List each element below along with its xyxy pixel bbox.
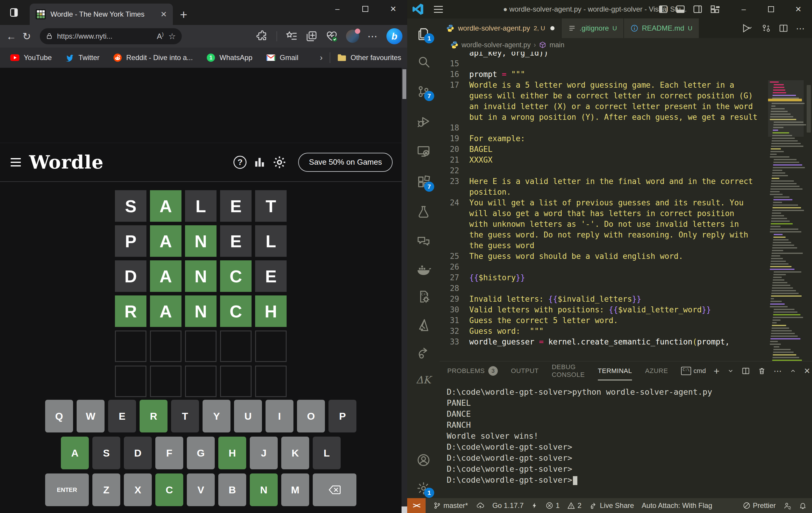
key-j[interactable]: J (250, 437, 278, 469)
key-s[interactable]: S (92, 437, 120, 469)
bing-chat-icon[interactable]: b (386, 28, 402, 44)
status-noslash[interactable]: Prettier (743, 502, 776, 510)
puzzle-icon[interactable] (256, 30, 268, 42)
key-m[interactable]: M (281, 474, 309, 506)
minimap[interactable] (768, 52, 804, 361)
key-r[interactable]: R (140, 400, 168, 432)
breadcrumb-symbol[interactable]: main (549, 41, 564, 49)
activity-account-icon[interactable] (407, 447, 440, 474)
activity-azure-icon[interactable] (407, 311, 440, 339)
breadcrumb-file[interactable]: wordle-solver-agent.py (462, 41, 531, 49)
key-t[interactable]: T (171, 400, 199, 432)
activity-debug-icon[interactable] (407, 108, 440, 135)
toggle-sidebar-icon[interactable] (658, 4, 668, 14)
status-bell[interactable] (799, 502, 807, 509)
key-v[interactable]: V (187, 474, 215, 506)
key-g[interactable]: G (187, 437, 215, 469)
key-b[interactable]: B (218, 474, 246, 506)
split-terminal-icon[interactable] (742, 367, 750, 375)
key-d[interactable]: D (124, 437, 152, 469)
profile-avatar[interactable] (346, 30, 359, 43)
terminal-shell[interactable]: C:\ cmd (681, 367, 706, 375)
new-terminal-icon[interactable]: + (714, 365, 720, 377)
panel-tab-debug-console[interactable]: DEBUG CONSOLE (552, 361, 585, 380)
refresh-button[interactable]: ↻ (19, 30, 34, 42)
close-panel-icon[interactable]: ✕ (804, 367, 811, 376)
key-f[interactable]: F (155, 437, 183, 469)
browser-minimize-button[interactable]: – (323, 0, 351, 18)
status-personsync[interactable] (783, 502, 792, 509)
remote-indicator[interactable]: >< (407, 498, 426, 513)
status-warn[interactable]: 2 (567, 502, 581, 510)
key-x[interactable]: X (124, 474, 152, 506)
key-enter[interactable]: ENTER (45, 474, 89, 506)
activity-cmake-icon[interactable]: C++ (407, 283, 440, 310)
key-w[interactable]: W (77, 400, 105, 432)
browser-maximize-button[interactable] (351, 0, 379, 18)
address-bar[interactable]: https://www.nyti... A) ☆ (40, 28, 182, 44)
panel-more-icon[interactable]: ⋯ (774, 366, 782, 376)
activity-liveshare-icon[interactable] (407, 340, 440, 367)
save-50-button[interactable]: Save 50% on Games (298, 153, 393, 172)
status-auto-attach-with-flag[interactable]: Auto Attach: With Flag (642, 502, 712, 510)
key-o[interactable]: O (297, 400, 325, 432)
activity-extensions-icon[interactable]: 7 (407, 168, 440, 196)
key-c[interactable]: C (155, 474, 183, 506)
status-branch[interactable]: master* (433, 502, 468, 510)
browser-close-button[interactable]: ✕ (379, 0, 407, 18)
bookmark-youtube[interactable]: YouTube (10, 54, 52, 62)
help-icon[interactable]: ? (233, 156, 246, 169)
terminal-output[interactable]: D:\code\wordle-gpt-solver>python wordle-… (440, 380, 812, 485)
other-favourites[interactable]: Other favourites (338, 54, 401, 62)
url-text[interactable]: https://www.nyti... (57, 32, 153, 40)
run-python-button[interactable] (742, 23, 754, 33)
toggle-panel-icon[interactable] (675, 4, 686, 14)
back-button[interactable]: ← (4, 31, 19, 42)
new-tab-button[interactable]: + (180, 8, 187, 22)
key-backspace[interactable] (313, 474, 356, 506)
customize-layout-icon[interactable] (710, 4, 720, 14)
editor-scrollbar-thumb[interactable] (807, 85, 811, 133)
tab-actions-button[interactable] (5, 4, 23, 21)
toggle-secondary-sidebar-icon[interactable] (693, 4, 703, 14)
key-l[interactable]: L (313, 437, 341, 469)
essentials-icon[interactable] (326, 30, 338, 42)
settings-gear-icon[interactable] (273, 156, 286, 169)
bookmark-reddit[interactable]: Reddit - Dive into a... (113, 53, 193, 62)
terminal-dropdown-icon[interactable] (727, 368, 734, 374)
maximize-panel-icon[interactable] (790, 368, 796, 374)
vscode-maximize-button[interactable] (757, 0, 785, 19)
vscode-close-button[interactable]: ✕ (785, 0, 812, 19)
activity-scm-icon[interactable]: 7 (407, 78, 440, 105)
activity-files-icon[interactable]: 1 (407, 20, 440, 48)
status-error[interactable]: 1 (546, 502, 559, 510)
status-go-1-17-7[interactable]: Go 1.17.7 (492, 502, 524, 510)
bookmark-twitter[interactable]: Twitter (65, 54, 99, 62)
activity-comments-icon[interactable] (407, 228, 440, 255)
read-aloud-icon[interactable]: A) (157, 31, 164, 41)
status-zap[interactable] (531, 502, 538, 509)
favorite-star-icon[interactable]: ☆ (168, 31, 176, 41)
open-changes-icon[interactable] (761, 24, 771, 33)
panel-tab-azure[interactable]: AZURE (645, 361, 668, 380)
editor-tab-.gitignore[interactable]: .gitignoreU (562, 19, 624, 38)
editor-tab-README.md[interactable]: README.mdU (624, 19, 699, 38)
vscode-menu-icon[interactable] (434, 6, 443, 13)
collections-icon[interactable] (306, 30, 318, 42)
bookmark-whatsapp[interactable]: 1WhatsApp (206, 53, 253, 62)
bookmark-gmail[interactable]: Gmail (266, 54, 298, 62)
key-u[interactable]: U (234, 400, 262, 432)
key-a[interactable]: A (61, 437, 89, 469)
editor-tab-wordle-solver-agent.py[interactable]: wordle-solver-agent.py2, U (440, 19, 562, 38)
browser-tab[interactable]: Wordle - The New York Times ✕ (30, 4, 173, 25)
key-i[interactable]: I (265, 400, 293, 432)
scrollbar-bottom[interactable] (402, 507, 407, 513)
vscode-minimize-button[interactable]: – (730, 0, 757, 19)
menu-hamburger-icon[interactable] (11, 158, 23, 166)
kill-terminal-icon[interactable] (758, 367, 766, 375)
unsaved-dot[interactable] (550, 26, 554, 30)
panel-tab-terminal[interactable]: TERMINAL (598, 361, 632, 380)
key-k[interactable]: K (281, 437, 309, 469)
activity-sk-icon[interactable]: ΔK (407, 366, 440, 394)
status-cloudup[interactable] (476, 502, 485, 509)
